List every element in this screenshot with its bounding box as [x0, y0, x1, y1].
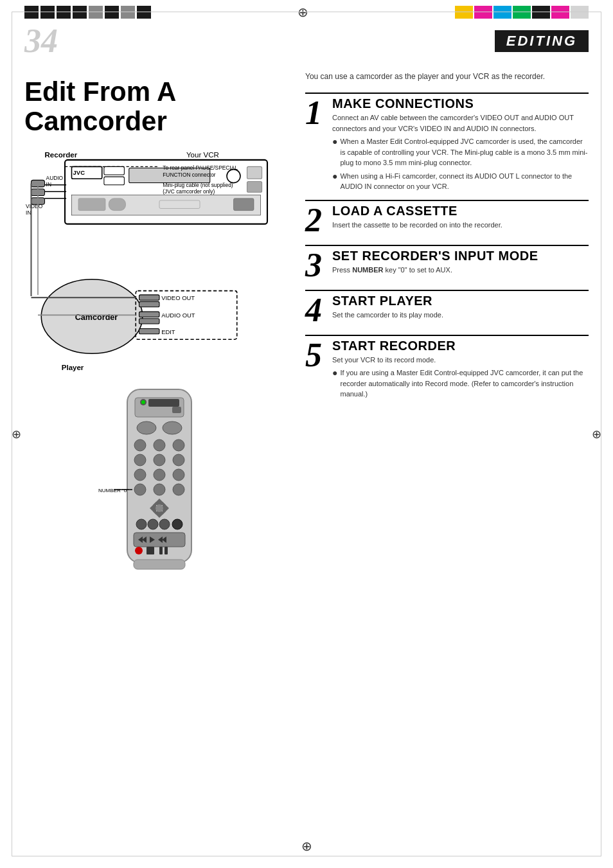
step-1-title: MAKE CONNECTIONS	[332, 96, 589, 111]
svg-rect-37	[139, 329, 160, 334]
svg-point-65	[154, 484, 165, 495]
svg-point-51	[137, 421, 156, 434]
svg-text:VIDEO OUT: VIDEO OUT	[161, 295, 195, 302]
sq8	[137, 6, 151, 19]
your-vcr-label: Your VCR	[186, 151, 219, 159]
svg-text:Camcorder: Camcorder	[75, 313, 118, 322]
sq1	[24, 6, 39, 19]
svg-text:IN: IN	[46, 181, 51, 188]
svg-text:FUNCTION connector: FUNCTION connector	[163, 172, 216, 179]
step-5-title: START RECORDER	[332, 339, 589, 353]
svg-text:Mini-plug cable (not supplied): Mini-plug cable (not supplied)	[163, 182, 233, 188]
step-5-content: START RECORDER Set your VCR to its recor…	[330, 339, 589, 400]
bullet-dot: ●	[332, 171, 337, 182]
svg-point-73	[148, 519, 158, 529]
svg-text:To rear panel PAUSE/SPECIAL: To rear panel PAUSE/SPECIAL	[163, 164, 238, 171]
step-3-body: Press NUMBER key "0" to set to AUX.	[332, 265, 589, 276]
svg-point-53	[134, 439, 146, 451]
svg-point-62	[134, 484, 146, 495]
step-2-header: 2 LOAD A CASSETTE Insert the cassette to…	[305, 204, 589, 237]
step-5-bullet-text-0: If you are using a Master Edit Control-e…	[340, 368, 589, 400]
svg-point-55	[173, 439, 184, 451]
step-4: 4 START PLAYER Set the camcorder to its …	[305, 290, 589, 327]
step-4-number: 4	[305, 294, 330, 327]
svg-point-57	[154, 454, 165, 466]
step-1-body: Connect an AV cable between the camcorde…	[332, 112, 589, 134]
svg-point-66	[173, 484, 184, 495]
color-white	[571, 6, 589, 19]
svg-point-74	[159, 519, 170, 529]
step-2: 2 LOAD A CASSETTE Insert the cassette to…	[305, 200, 589, 237]
left-column: Edit From A Camcorder Recorder Your VCR …	[24, 77, 294, 572]
remote-svg: NUMBER "0"	[89, 386, 230, 572]
svg-text:EDIT: EDIT	[161, 328, 175, 335]
color-black	[532, 6, 550, 19]
top-crosshair	[296, 5, 310, 19]
step-4-body: Set the camcorder to its play mode.	[332, 310, 589, 321]
sq4	[73, 6, 87, 19]
right-crosshair: ⊕	[592, 427, 601, 441]
page-number: 34	[24, 24, 58, 58]
sq2	[40, 6, 55, 19]
svg-rect-35	[139, 319, 160, 324]
svg-rect-83	[147, 547, 154, 554]
top-bar-center	[151, 5, 455, 19]
svg-point-56	[134, 454, 146, 466]
step-1-header: 1 MAKE CONNECTIONS Connect an AV cable b…	[305, 96, 589, 192]
step-4-content: START PLAYER Set the camcorder to its pl…	[330, 294, 589, 321]
top-bar-right-colors	[455, 6, 613, 19]
diagram-area: Recorder Your VCR JVC	[24, 148, 294, 380]
svg-rect-85	[164, 547, 168, 554]
step-4-header: 4 START PLAYER Set the camcorder to its …	[305, 294, 589, 327]
step-3-title: SET RECORDER'S INPUT MODE	[332, 249, 589, 263]
step-3: 3 SET RECORDER'S INPUT MODE Press NUMBER…	[305, 245, 589, 282]
svg-rect-34	[139, 312, 160, 317]
svg-point-71	[155, 504, 163, 512]
svg-point-54	[154, 439, 165, 451]
svg-point-59	[134, 469, 146, 481]
svg-point-61	[173, 469, 184, 481]
svg-text:NUMBER "0": NUMBER "0"	[98, 488, 129, 493]
step-1: 1 MAKE CONNECTIONS Connect an AV cable b…	[305, 93, 589, 192]
color-yellow	[455, 6, 473, 19]
svg-point-58	[173, 454, 184, 466]
svg-rect-32	[139, 302, 160, 307]
svg-point-72	[136, 519, 147, 529]
svg-rect-10	[78, 199, 105, 211]
right-column: You can use a camcorder as the player an…	[305, 71, 589, 407]
color-cyan	[493, 6, 511, 19]
bullet-dot: ●	[332, 136, 337, 147]
step-1-bullet-text-0: When a Master Edit Control-equipped JVC …	[340, 136, 589, 168]
intro-text: You can use a camcorder as the player an…	[305, 71, 589, 82]
recorder-label: Recorder	[45, 151, 78, 159]
svg-rect-4	[104, 177, 125, 186]
svg-point-60	[154, 469, 165, 481]
bullet-dot: ●	[332, 368, 337, 378]
sq5	[89, 6, 103, 19]
step-2-content: LOAD A CASSETTE Insert the cassette to b…	[330, 204, 589, 231]
step-1-bullet-1: ● When using a Hi-Fi camcorder, connect …	[332, 171, 589, 192]
svg-point-52	[163, 421, 182, 434]
step-5-header: 5 START RECORDER Set your VCR to its rec…	[305, 339, 589, 400]
step-3-header: 3 SET RECORDER'S INPUT MODE Press NUMBER…	[305, 249, 589, 282]
svg-rect-3	[104, 167, 125, 175]
svg-rect-86	[134, 560, 185, 569]
svg-point-75	[172, 519, 182, 529]
svg-text:(JVC camcorder only): (JVC camcorder only)	[163, 189, 215, 195]
step-1-bullet-0: ● When a Master Edit Control-equipped JV…	[332, 136, 589, 168]
top-bar-left-squares	[0, 6, 151, 19]
svg-rect-49	[148, 399, 179, 407]
svg-rect-31	[139, 295, 160, 300]
svg-rect-13	[234, 199, 254, 211]
step-5-body: Set your VCR to its record mode.	[332, 355, 589, 366]
bottom-crosshair: ⊕	[301, 838, 312, 854]
header-area: 34 EDITING	[24, 24, 589, 58]
svg-rect-7	[247, 167, 262, 179]
step-5: 5 START RECORDER Set your VCR to its rec…	[305, 335, 589, 400]
svg-text:AUDIO OUT: AUDIO OUT	[161, 312, 195, 319]
step-1-bullet-text-1: When using a Hi-Fi camcorder, connect it…	[340, 171, 589, 192]
svg-rect-11	[109, 199, 125, 211]
top-bar	[0, 0, 613, 24]
svg-rect-50	[172, 407, 181, 413]
svg-point-6	[227, 170, 240, 183]
